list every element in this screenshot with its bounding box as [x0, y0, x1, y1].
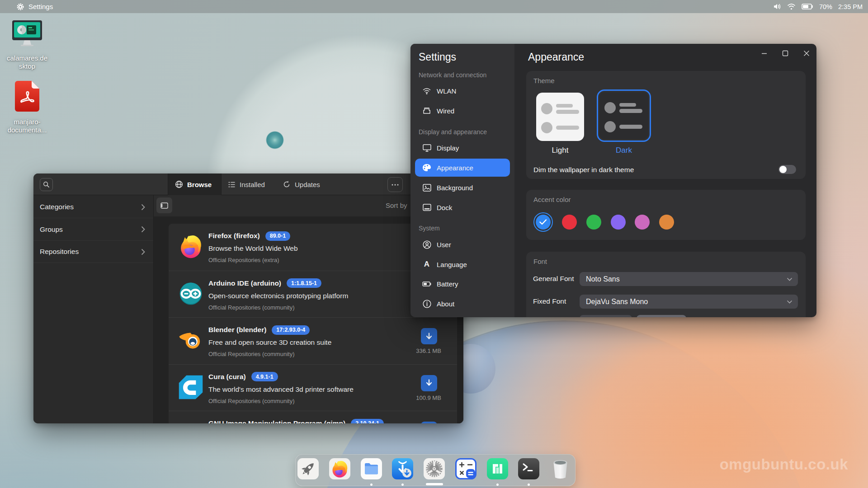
app-row-cura[interactable]: Cura (cura) 4.9.1-1 The world's most adv…: [169, 364, 457, 411]
thumb-text-bars: [619, 125, 642, 129]
accent-swatch-purple[interactable]: [611, 215, 626, 230]
image-icon: [422, 183, 431, 192]
app-description: The world's most advanced 3d printer sof…: [208, 385, 354, 394]
software-header: Browse Installed Updates: [33, 174, 463, 195]
nav-item-wlan[interactable]: WLAN: [415, 82, 510, 100]
accent-swatch-green[interactable]: [586, 215, 601, 230]
active-indicator-settings: [426, 483, 443, 485]
dock-calculator[interactable]: [455, 458, 476, 479]
desktop-icon-manjaro-pdf[interactable]: manjaro- documenta...: [0, 81, 54, 134]
dock-firefox[interactable]: [329, 458, 350, 479]
nav-item-language[interactable]: A Language: [415, 255, 510, 273]
thumb-avatar-circle: [604, 102, 616, 113]
accent-swatch-blue[interactable]: [536, 215, 551, 230]
close-button[interactable]: [802, 48, 811, 58]
user-icon: [422, 240, 431, 249]
battery-icon: [422, 280, 431, 289]
sidebar-toggle-button[interactable]: [156, 197, 172, 213]
desktop-icon-calamares[interactable]: calamares.de sktop: [0, 20, 54, 70]
font-size-handle[interactable]: [637, 315, 686, 317]
tab-installed[interactable]: Installed: [228, 174, 265, 195]
app-name: Arduino IDE (arduino): [208, 279, 281, 287]
app-description: Browse the World Wide Web: [208, 244, 298, 253]
download-size: 336.1 MB: [410, 347, 447, 354]
tab-browse[interactable]: Browse: [168, 174, 222, 195]
maximize-button[interactable]: [780, 48, 790, 58]
topbar-app[interactable]: Settings: [16, 3, 53, 11]
wifi-icon[interactable]: [787, 3, 796, 10]
minimize-button[interactable]: [759, 48, 769, 58]
app-name: Blender (blender): [208, 326, 266, 334]
dock-files[interactable]: [361, 458, 382, 479]
gear-icon: [16, 3, 24, 11]
font-size-widget[interactable]: [580, 315, 632, 317]
accent-swatch-orange[interactable]: [659, 215, 674, 230]
accent-swatch-pink[interactable]: [635, 215, 650, 230]
palette-icon: [422, 163, 431, 172]
volume-icon[interactable]: [774, 3, 781, 10]
app-title-line: Firefox (firefox) 89.0-1: [208, 231, 290, 241]
tab-updates[interactable]: Updates: [283, 174, 320, 195]
dock-trash[interactable]: [550, 458, 571, 479]
dock-launcher[interactable]: [297, 458, 319, 479]
sidebar-item-repositories[interactable]: Repositories: [33, 241, 153, 263]
clock[interactable]: 2:35 PM: [838, 3, 863, 10]
theme-thumb-row: [541, 103, 579, 114]
accent-swatch-red[interactable]: [562, 215, 577, 230]
dock-manjaro[interactable]: [487, 458, 508, 479]
download-button[interactable]: [421, 422, 437, 423]
dim-wallpaper-toggle[interactable]: [778, 165, 796, 174]
sidebar-item-groups[interactable]: Groups: [33, 219, 153, 241]
download-button[interactable]: [421, 375, 437, 391]
download-button[interactable]: [421, 328, 437, 344]
fixed-font-value: DejaVu Sans Mono: [586, 298, 648, 306]
app-name: GNU Image Manipulation Program (gimp): [208, 419, 345, 423]
nav-item-label: Appearance: [437, 164, 473, 172]
menu-button[interactable]: [387, 177, 403, 192]
dock-app-store[interactable]: [392, 458, 413, 479]
thumb-bar: [619, 125, 642, 129]
nav-item-display[interactable]: Display: [415, 139, 510, 157]
nav-item-background[interactable]: Background: [415, 178, 510, 197]
minimize-icon: [761, 50, 768, 57]
app-title-line: Blender (blender) 17:2.93.0-4: [208, 325, 310, 335]
nav-item-about[interactable]: About: [415, 295, 510, 313]
thumb-bar: [619, 103, 636, 107]
nav-item-label: Battery: [437, 280, 458, 288]
app-row-gimp[interactable]: GNU Image Manipulation Program (gimp) 2.…: [169, 411, 457, 423]
battery-icon[interactable]: [802, 4, 813, 9]
general-font-select[interactable]: Noto Sans: [580, 272, 798, 286]
nav-item-wired[interactable]: Wired: [415, 102, 510, 120]
chevron-down-icon: [787, 277, 793, 281]
globe-icon: [175, 180, 183, 188]
thumb-text-bars: [619, 103, 642, 113]
language-icon: A: [422, 260, 431, 269]
font-section-label: Font: [533, 258, 547, 265]
sidebar-item-label: Categories: [40, 203, 74, 211]
nav-item-label: Wired: [437, 107, 454, 115]
thumb-text-bars: [556, 126, 579, 130]
sort-by-label[interactable]: Sort by: [386, 202, 407, 209]
nav-item-user[interactable]: User: [415, 235, 510, 253]
chevron-right-icon: [141, 226, 145, 233]
search-button[interactable]: [40, 178, 53, 191]
fixed-font-select[interactable]: DejaVu Sans Mono: [580, 295, 798, 309]
nav-item-dock[interactable]: Dock: [415, 198, 510, 216]
thumb-bar: [556, 126, 579, 130]
general-font-label: General Font: [533, 275, 574, 283]
sidebar-item-label: Groups: [40, 225, 63, 234]
app-row-blender[interactable]: Blender (blender) 17:2.93.0-4 Free and o…: [169, 317, 457, 364]
nav-item-label: User: [437, 241, 451, 249]
nav-item-appearance[interactable]: Appearance: [415, 159, 510, 177]
nav-item-label: Language: [437, 261, 467, 268]
software-sidebar: Categories Groups Repositories: [33, 195, 153, 423]
blender-app-icon: [178, 328, 203, 353]
nav-item-battery[interactable]: Battery: [415, 275, 510, 293]
theme-option-light[interactable]: [536, 93, 584, 141]
theme-option-dark[interactable]: [597, 89, 651, 142]
sidebar-item-categories[interactable]: Categories: [33, 196, 153, 218]
sidebar-item-label: Repositories: [40, 248, 79, 256]
dock-terminal[interactable]: [518, 458, 539, 479]
chevron-right-icon: [141, 204, 145, 211]
dock-settings[interactable]: [424, 458, 445, 479]
